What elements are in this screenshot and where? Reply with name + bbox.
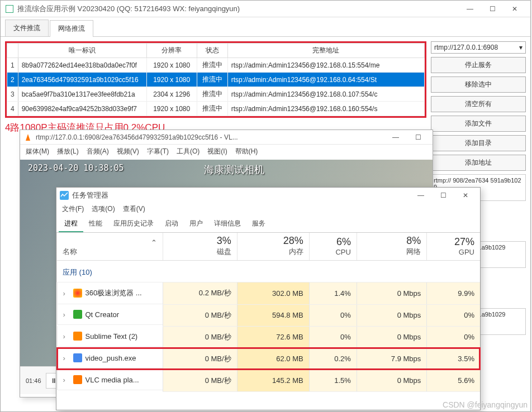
- vlc-menu-play[interactable]: 播放(L): [57, 147, 79, 156]
- th-gpu[interactable]: 27%GPU: [427, 233, 480, 261]
- svg-rect-0: [6, 5, 13, 13]
- th-cpu[interactable]: 6%CPU: [309, 233, 357, 261]
- process-row[interactable]: › Sublime Text (2)0 MB/秒72.6 MB0%0 Mbps0…: [57, 326, 481, 348]
- main-title: 推流综合应用示例 V20230420 (QQ: 517216493 WX: fe…: [17, 4, 459, 14]
- add-dir-button[interactable]: 添加目录: [431, 135, 526, 151]
- th-disk[interactable]: 3%磁盘: [163, 233, 238, 261]
- th-mem[interactable]: 28%内存: [237, 233, 309, 261]
- server-url-combo[interactable]: rtmp://127.0.0.1:6908 ▾: [431, 41, 526, 54]
- chevron-down-icon: ▾: [519, 44, 522, 51]
- tm-tab-details[interactable]: 详细信息: [208, 216, 246, 232]
- group-apps[interactable]: 应用 (10): [57, 261, 481, 282]
- tm-titlebar: 任务管理器 — ☐ ✕: [56, 188, 480, 203]
- camera-name-overlay: 海康测试相机: [204, 163, 264, 176]
- th-name[interactable]: ⌃名称: [57, 233, 163, 261]
- window-controls: — ☐ ✕: [459, 1, 526, 17]
- video-timestamp: 2023-04-20 10:38:05: [28, 163, 124, 173]
- stream-row[interactable]: 3bca5ae9f7ba310e1317ee3fee8fdb21a2304 x …: [7, 87, 425, 102]
- tm-title: 任务管理器: [72, 190, 410, 200]
- tm-minimize-button[interactable]: —: [410, 188, 432, 203]
- add-file-button[interactable]: 添加文件: [431, 116, 526, 132]
- vlc-icon: [23, 133, 32, 142]
- th-net[interactable]: 8%网络: [357, 233, 426, 261]
- col-status[interactable]: 状态: [197, 44, 227, 58]
- vlc-menubar: 媒体(M) 播放(L) 音频(A) 视频(V) 字幕(T) 工具(O) 视图(I…: [20, 145, 433, 160]
- watermark: CSDN @feiyangqingyun: [443, 400, 528, 409]
- svg-marker-1: [26, 134, 30, 141]
- stop-service-button[interactable]: 停止服务: [431, 57, 526, 73]
- tm-tab-performance[interactable]: 性能: [83, 216, 108, 232]
- tm-menu-file[interactable]: 文件(F): [62, 204, 84, 214]
- vlc-menu-view[interactable]: 视图(I): [207, 147, 227, 156]
- vlc-menu-tools[interactable]: 工具(O): [177, 147, 200, 156]
- vlc-menu-video[interactable]: 视频(V): [117, 147, 139, 156]
- process-row[interactable]: › VLC media pla...0 MB/秒145.2 MB1.5%0 Mb…: [57, 370, 481, 391]
- tm-process-table: ⌃名称 3%磁盘 28%内存 6%CPU 8%网络 27%GPU 应用 (10)…: [56, 233, 480, 392]
- main-titlebar: 推流综合应用示例 V20230420 (QQ: 517216493 WX: fe…: [1, 1, 530, 17]
- tab-net-stream[interactable]: 网络推流: [50, 20, 93, 37]
- vlc-maximize-button[interactable]: ☐: [407, 130, 429, 145]
- tm-close-button[interactable]: ✕: [454, 188, 477, 203]
- remove-selected-button[interactable]: 移除选中: [431, 76, 526, 93]
- stream-table: 唯一标识 分辨率 状态 完整地址 18b9a0772624ed14ee318ba…: [7, 43, 425, 116]
- col-idx: [7, 44, 18, 58]
- col-url[interactable]: 完整地址: [227, 44, 424, 58]
- tm-icon: [60, 191, 69, 200]
- tm-menu-view[interactable]: 查看(V): [123, 204, 145, 214]
- tm-tabs: 进程 性能 应用历史记录 启动 用户 详细信息 服务: [56, 216, 480, 233]
- vlc-menu-sub[interactable]: 字幕(T): [147, 147, 169, 156]
- tm-tab-services[interactable]: 服务: [246, 216, 271, 232]
- tm-menu-options[interactable]: 选项(O): [92, 204, 115, 214]
- tm-tab-startup[interactable]: 启动: [159, 216, 184, 232]
- stream-row[interactable]: 22ea763456d479932591a9b1029cc5f161920 x …: [7, 73, 425, 87]
- tab-file-stream[interactable]: 文件推流: [5, 20, 49, 36]
- process-row[interactable]: › video_push.exe0 MB/秒62.0 MB0.2%7.9 Mbp…: [57, 348, 481, 370]
- tm-menubar: 文件(F) 选项(O) 查看(V): [56, 203, 480, 216]
- tm-tab-processes[interactable]: 进程: [59, 216, 83, 232]
- vlc-menu-media[interactable]: 媒体(M): [26, 147, 49, 156]
- vlc-title: rtmp://127.0.0.1:6908/2ea763456d47993259…: [36, 133, 384, 141]
- tm-maximize-button[interactable]: ☐: [432, 188, 454, 203]
- minimize-button[interactable]: —: [459, 1, 481, 17]
- clear-all-button[interactable]: 清空所有: [431, 96, 526, 112]
- vlc-titlebar: rtmp://127.0.0.1:6908/2ea763456d47993259…: [20, 130, 433, 145]
- app-icon: [5, 4, 14, 13]
- vlc-menu-audio[interactable]: 音频(A): [87, 147, 109, 156]
- server-url-value: rtmp://127.0.0.1:6908: [434, 44, 498, 51]
- task-manager-window: 任务管理器 — ☐ ✕ 文件(F) 选项(O) 查看(V) 进程 性能 应用历史…: [56, 187, 481, 410]
- vlc-minimize-button[interactable]: —: [384, 130, 407, 145]
- col-res[interactable]: 分辨率: [146, 44, 197, 58]
- col-id[interactable]: 唯一标识: [18, 44, 146, 58]
- main-tabs: 文件推流 网络推流: [1, 17, 530, 37]
- process-row[interactable]: › Qt Creator0 MB/秒594.8 MB0%0 Mbps0%: [57, 304, 481, 326]
- add-url-button[interactable]: 添加地址: [431, 155, 526, 171]
- stream-table-wrap: 唯一标识 分辨率 状态 完整地址 18b9a0772624ed14ee318ba…: [5, 41, 426, 118]
- tm-tab-history[interactable]: 应用历史记录: [108, 216, 159, 232]
- playback-time: 01:46: [26, 377, 41, 384]
- process-row[interactable]: › 360极速浏览器 ...0.2 MB/秒302.0 MB1.4%0 Mbps…: [57, 282, 481, 305]
- stream-row[interactable]: 18b9a0772624ed14ee318ba0da0ec7f0f1920 x …: [7, 58, 425, 73]
- maximize-button[interactable]: ☐: [481, 1, 504, 17]
- tm-tab-users[interactable]: 用户: [184, 216, 208, 232]
- close-button[interactable]: ✕: [504, 1, 526, 17]
- stream-row[interactable]: 490e639982e4af9ca94252b38d033e9f71920 x …: [7, 102, 425, 116]
- vlc-menu-help[interactable]: 帮助(H): [235, 147, 258, 156]
